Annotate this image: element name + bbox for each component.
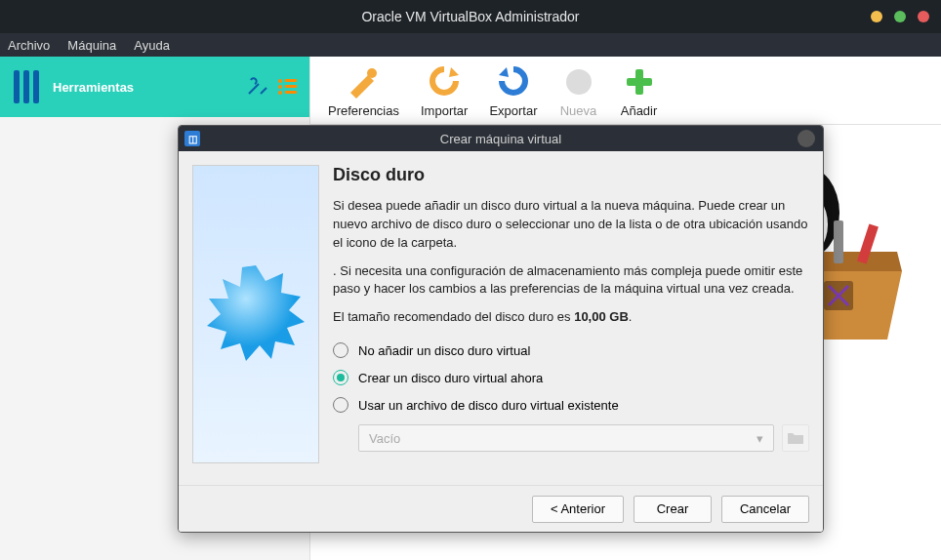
wizard-content: Disco duro Si desea puede añadir un disc… — [333, 165, 809, 471]
maximize-button[interactable] — [894, 11, 906, 22]
list-icon[interactable] — [276, 76, 298, 98]
existing-disk-dropdown: Vacío ▾ — [358, 424, 774, 452]
toolbar-preferences[interactable]: Preferencias — [328, 64, 399, 118]
svg-rect-0 — [14, 70, 20, 103]
toolbar-add[interactable]: Añadir — [620, 64, 659, 118]
tools-icon — [12, 68, 43, 105]
tools-label: Herramientas — [53, 80, 134, 95]
wizard-heading: Disco duro — [333, 165, 809, 185]
browse-folder-button — [782, 424, 809, 452]
wizard-sidebar-image — [192, 165, 319, 463]
radio-icon — [333, 397, 348, 413]
add-icon — [620, 64, 659, 100]
preferences-icon — [344, 64, 383, 100]
menu-help[interactable]: Ayuda — [134, 38, 170, 53]
svg-point-9 — [367, 68, 377, 78]
folder-icon — [787, 430, 804, 446]
new-icon — [559, 64, 598, 100]
window-controls — [871, 11, 929, 22]
wizard-para-2: . Si necesita una configuración de almac… — [333, 262, 809, 300]
tools-header[interactable]: Herramientas — [0, 57, 309, 117]
svg-point-7 — [278, 91, 282, 95]
toolbar: Preferencias Importar Exportar Nueva — [310, 57, 941, 125]
toolbar-import[interactable]: Importar — [421, 64, 468, 118]
svg-rect-6 — [285, 85, 297, 88]
svg-rect-22 — [834, 220, 843, 263]
wizard-para-1: Si desea puede añadir un disco duro virt… — [333, 197, 809, 253]
chevron-down-icon: ▾ — [757, 431, 763, 446]
window-title: Oracle VM VirtualBox Administrador — [361, 9, 579, 24]
menu-machine[interactable]: Máquina — [67, 38, 116, 53]
radio-icon — [333, 342, 348, 358]
radio-existing-disk[interactable]: Usar un archivo de disco duro virtual ex… — [333, 391, 809, 419]
svg-point-5 — [278, 85, 282, 89]
radio-create-disk[interactable]: Crear un disco duro virtual ahora — [333, 364, 809, 391]
dialog-footer: < Anterior Crear Cancelar — [179, 485, 823, 532]
toolbar-export[interactable]: Exportar — [489, 64, 537, 118]
dialog-title: Crear máquina virtual — [440, 132, 561, 146]
svg-point-10 — [566, 69, 592, 95]
svg-rect-1 — [23, 70, 29, 103]
wrench-icon[interactable] — [245, 76, 270, 98]
minimize-button[interactable] — [871, 11, 882, 22]
cancel-button[interactable]: Cancelar — [721, 496, 809, 523]
dialog-body: Disco duro Si desea puede añadir un disc… — [179, 151, 823, 485]
dialog-app-icon: ◫ — [184, 131, 200, 146]
svg-rect-12 — [627, 78, 652, 86]
radio-no-disk[interactable]: No añadir un disco duro virtual — [333, 337, 809, 364]
svg-point-3 — [278, 79, 282, 83]
dialog-title-bar: ◫ Crear máquina virtual — [179, 126, 823, 151]
create-vm-dialog: ◫ Crear máquina virtual Disco duro Si de… — [178, 125, 824, 533]
title-bar: Oracle VM VirtualBox Administrador — [0, 0, 941, 33]
menu-file[interactable]: Archivo — [8, 38, 50, 53]
toolbar-new: Nueva — [559, 64, 598, 118]
close-window-button[interactable] — [918, 11, 929, 22]
svg-rect-4 — [285, 79, 297, 82]
svg-rect-8 — [285, 91, 297, 94]
import-icon — [425, 64, 464, 100]
export-icon — [494, 64, 533, 100]
back-button[interactable]: < Anterior — [532, 496, 624, 523]
dialog-close-button[interactable] — [798, 130, 815, 147]
wizard-para-3: El tamaño recomendado del disco duro es … — [333, 308, 809, 327]
radio-icon — [333, 370, 348, 385]
create-button[interactable]: Crear — [634, 496, 712, 523]
menu-bar: Archivo Máquina Ayuda — [0, 33, 941, 57]
svg-rect-2 — [33, 70, 39, 103]
existing-disk-row: Vacío ▾ — [358, 424, 809, 452]
